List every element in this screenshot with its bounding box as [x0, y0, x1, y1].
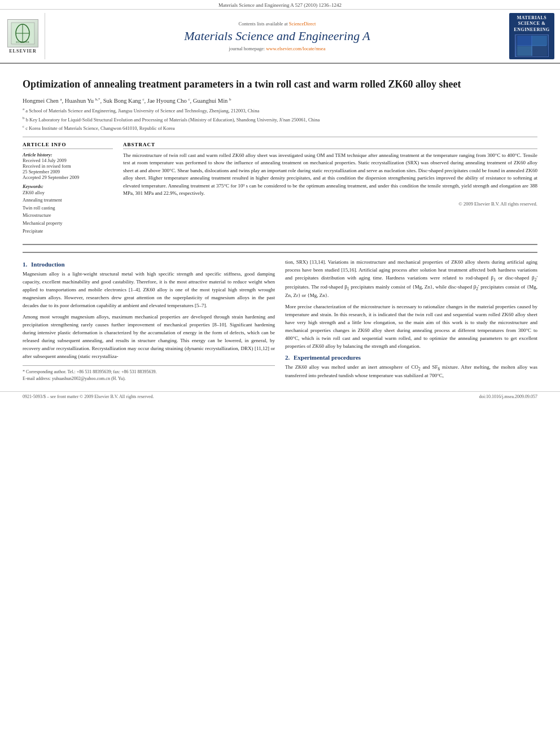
experimental-number: 2.: [285, 354, 290, 361]
journal-citation: Materials Science and Engineering A 527 …: [218, 2, 342, 8]
footnote-corresponding: * Corresponding author. Tel.: +86 531 88…: [23, 369, 275, 375]
affiliation-c: c c Korea Institute of Materials Science…: [23, 124, 537, 132]
affiliations: a a School of Materials Science and Engi…: [23, 106, 537, 132]
svg-rect-8: [517, 46, 532, 56]
svg-rect-7: [532, 36, 547, 46]
main-content: 1. Introduction Magnesium alloy is a lig…: [23, 252, 537, 383]
revised-date: 25 September 2009: [23, 169, 113, 174]
keywords-section: Keywords: ZK60 alloy Annealing treatment…: [23, 184, 113, 235]
journal-header: ELSEVIER ELSEVIER Contents lists availab…: [0, 10, 560, 64]
keyword-4: Microstructure: [23, 212, 113, 220]
copyright-notice: 0921-5093/$ – see front matter © 2009 El…: [23, 394, 154, 399]
journal-logo-right: MATERIALSSCIENCE &ENGINEERING: [509, 13, 554, 59]
elsevier-logo: ELSEVIER ELSEVIER: [6, 13, 45, 59]
history-label: Article history:: [23, 152, 113, 158]
elsevier-logo-image: ELSEVIER: [7, 19, 38, 47]
keyword-5: Mechanical property: [23, 220, 113, 228]
elsevier-text: ELSEVIER: [9, 49, 36, 54]
footnote-email: E-mail address: yuhuashun2002@yahoo.com.…: [23, 375, 275, 382]
authors: Hongmei Chen a, Huashun Yu b,*, Suk Bong…: [23, 97, 537, 104]
journal-title-area: Contents lists available at ScienceDirec…: [50, 13, 505, 59]
authors-text: Hongmei Chen a, Huashun Yu b,*, Suk Bong…: [23, 98, 231, 104]
intro-title: Introduction: [31, 261, 65, 268]
affiliation-b: b b Key Laboratory for Liquid-Solid Stru…: [23, 115, 537, 124]
doi: doi:10.1016/j.msea.2009.09.057: [479, 394, 537, 399]
top-bar: Materials Science and Engineering A 527 …: [0, 0, 560, 10]
affiliation-a: a a School of Materials Science and Engi…: [23, 106, 537, 115]
right-para-2: More precise characterization of the mic…: [285, 303, 537, 351]
intro-paragraph-1: Magnesium alloy is a light-weight struct…: [23, 270, 275, 310]
article-divider: [23, 137, 537, 137]
received-date: Received 14 July 2009: [23, 158, 113, 163]
right-column: tion, SRX) [13,14]. Variations in micros…: [285, 259, 537, 383]
introduction-heading: 1. Introduction: [23, 261, 275, 268]
article-body: Optimization of annealing treatment para…: [0, 64, 560, 389]
svg-rect-6: [517, 36, 532, 46]
keyword-3: Twin roll casting: [23, 204, 113, 212]
abstract-panel: ABSTRACT The microstructure of twin roll…: [123, 142, 537, 239]
abstract-text: The microstructure of twin roll cast and…: [123, 152, 537, 198]
article-info-heading: ARTICLE INFO: [23, 142, 113, 149]
keywords-list: ZK60 alloy Annealing treatment Twin roll…: [23, 189, 113, 235]
section-divider: [23, 244, 537, 245]
journal-name: Materials Science and Engineering A: [184, 29, 370, 43]
svg-text:ELSEVIER: ELSEVIER: [16, 41, 29, 43]
intro-number: 1.: [23, 261, 27, 268]
experimental-title: Experimental procedures: [294, 354, 361, 361]
article-history: Article history: Received 14 July 2009 R…: [23, 152, 113, 180]
revised-label: Received in revised form: [23, 163, 113, 169]
homepage-link[interactable]: www.elsevier.com/locate/msea: [266, 46, 325, 51]
experimental-paragraph: The ZK60 alloy was melted under an inert…: [285, 364, 537, 380]
accepted-date: Accepted 29 September 2009: [23, 174, 113, 180]
svg-rect-9: [532, 46, 547, 56]
sciencedirect-line: Contents lists available at ScienceDirec…: [239, 21, 316, 27]
journal-logo-image: [515, 34, 549, 57]
keyword-1: ZK60 alloy: [23, 189, 113, 197]
sciencedirect-link[interactable]: ScienceDirect: [289, 21, 316, 27]
article-info-panel: ARTICLE INFO Article history: Received 1…: [23, 142, 113, 239]
left-column: 1. Introduction Magnesium alloy is a lig…: [23, 259, 275, 383]
keyword-6: Precipitate: [23, 228, 113, 235]
article-title: Optimization of annealing treatment para…: [23, 77, 537, 91]
footnote-area: * Corresponding author. Tel.: +86 531 88…: [23, 365, 275, 382]
intro-paragraph-2: Among most wrought magnesium alloys, max…: [23, 313, 275, 361]
keywords-label: Keywords:: [23, 184, 113, 189]
copyright: © 2009 Elsevier B.V. All rights reserved…: [123, 201, 537, 207]
abstract-heading: ABSTRACT: [123, 142, 537, 149]
bottom-bar: 0921-5093/$ – see front matter © 2009 El…: [0, 391, 560, 401]
keyword-2: Annealing treatment: [23, 196, 113, 204]
journal-homepage: journal homepage: www.elsevier.com/locat…: [229, 46, 326, 51]
journal-logo-title: MATERIALSSCIENCE &ENGINEERING: [514, 15, 549, 33]
experimental-heading: 2. Experimental procedures: [285, 354, 537, 361]
info-abstract-row: ARTICLE INFO Article history: Received 1…: [23, 142, 537, 239]
right-intro-continuation: tion, SRX) [13,14]. Variations in micros…: [285, 259, 537, 300]
